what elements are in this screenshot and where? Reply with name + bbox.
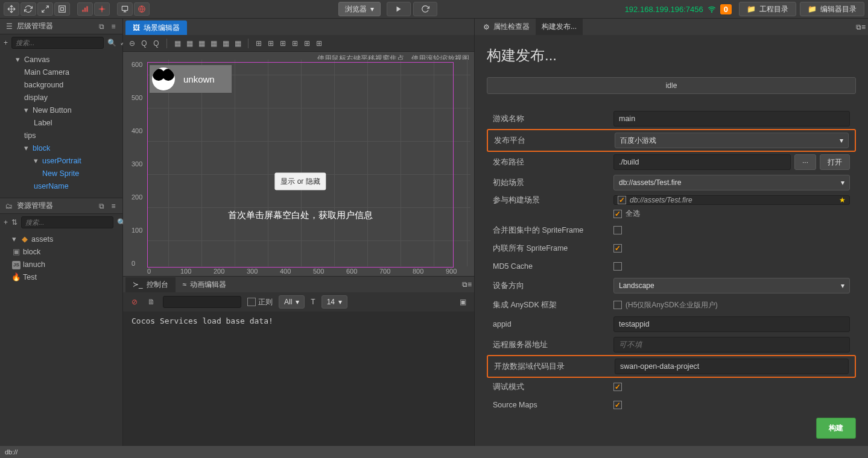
checkbox-merge-sf[interactable] — [613, 226, 622, 234]
device-tool[interactable] — [117, 2, 133, 16]
tree-item-block[interactable]: ▾block — [0, 142, 122, 155]
project-dir-button[interactable]: 📁 工程目录 — [739, 2, 796, 16]
js-icon: JS — [12, 261, 21, 269]
tab-inspector[interactable]: ⚙ 属性检查器 — [477, 19, 536, 35]
select-orientation[interactable]: Landscape▾ — [613, 278, 850, 293]
scene-checkbox[interactable] — [618, 196, 626, 204]
tree-item-background[interactable]: background — [0, 79, 122, 92]
tree-item-user-portrait[interactable]: ▾userPortrait — [0, 155, 122, 168]
hierarchy-search-input[interactable] — [11, 37, 104, 49]
sort-button[interactable]: ⇅ — [11, 217, 17, 228]
globe-tool[interactable] — [134, 2, 150, 16]
reload-button[interactable] — [413, 2, 437, 16]
tree-item-new-sprite[interactable]: New Sprite — [0, 168, 122, 180]
align-bottom-icon[interactable]: ▦ — [232, 38, 243, 49]
zoom-in-icon[interactable]: Q — [151, 38, 162, 49]
clear-icon[interactable]: ⊘ — [129, 296, 140, 307]
add-button[interactable]: + — [4, 217, 8, 228]
select-all-checkbox[interactable] — [613, 210, 622, 218]
align-mid-icon[interactable]: ▦ — [220, 38, 231, 49]
show-hide-button[interactable]: 显示 or 隐藏 — [274, 172, 326, 190]
select-platform[interactable]: 百度小游戏▾ — [615, 133, 849, 148]
search-icon[interactable]: 🔍 — [107, 37, 116, 48]
distribute-icon[interactable]: ⊞ — [314, 38, 325, 49]
tab-console[interactable]: ≻_ 控制台 — [125, 277, 176, 292]
editor-dir-button[interactable]: 📁 编辑器目录 — [800, 2, 864, 16]
log-level-select[interactable]: All▾ — [279, 295, 305, 309]
tree-item-new-button[interactable]: ▾New Button — [0, 104, 122, 117]
popout-icon[interactable]: ⧉ — [97, 202, 106, 210]
input-remote[interactable] — [613, 337, 850, 353]
input-appid[interactable] — [613, 316, 850, 332]
add-button[interactable]: + — [4, 37, 8, 48]
popout-icon[interactable]: ⧉ — [856, 23, 861, 31]
assets-search-input[interactable] — [21, 216, 113, 228]
input-game-name[interactable] — [613, 111, 850, 127]
distribute-v-icon[interactable]: ⊞ — [265, 38, 276, 49]
rotate-tool[interactable] — [21, 2, 36, 16]
checkbox-md5[interactable] — [613, 262, 622, 271]
distribute-icon[interactable]: ⊞ — [302, 38, 312, 49]
collapse-icon[interactable]: ▣ — [457, 296, 468, 307]
canvas-frame[interactable]: unkown 显示 or 隐藏 首次单击屏幕空白处，获取用户信息 — [147, 62, 454, 268]
distribute-icon[interactable]: ⊞ — [290, 38, 300, 49]
scene-canvas[interactable]: 使用鼠标右键平移视窗焦点，使用滚轮缩放视图 600500400300200100… — [123, 52, 474, 276]
input-build-path[interactable] — [613, 154, 791, 170]
regex-checkbox[interactable] — [247, 298, 256, 306]
preview-target-dropdown[interactable]: 浏览器 ▾ — [338, 2, 381, 16]
build-button[interactable]: 构建 — [816, 418, 856, 439]
scale-tool[interactable] — [37, 2, 53, 16]
tree-item-tips[interactable]: tips — [0, 130, 122, 142]
path-display: db:// — [5, 448, 17, 456]
tree-item-block-prefab[interactable]: ▣block — [0, 246, 122, 259]
align-left-icon[interactable]: ▦ — [172, 38, 183, 49]
log-file-icon[interactable]: 🗎 — [146, 296, 157, 307]
tab-animation[interactable]: ≈ 动画编辑器 — [176, 277, 234, 292]
distribute-h-icon[interactable]: ⊞ — [253, 38, 264, 49]
browse-button[interactable]: ··· — [794, 154, 816, 170]
menu-icon[interactable]: ≡ — [109, 22, 118, 31]
tree-item-user-name[interactable]: userName — [0, 180, 122, 193]
tree-item-main-camera[interactable]: Main Camera — [0, 66, 122, 79]
tree-item-test[interactable]: 🔥Test — [0, 271, 122, 284]
scene-selection-box[interactable]: db://assets/Test.fire ★ — [613, 195, 850, 205]
align-top-icon[interactable]: ▦ — [208, 38, 219, 49]
tree-item-canvas[interactable]: ▾Canvas — [0, 54, 122, 66]
tab-build[interactable]: 构建发布... — [536, 19, 583, 35]
regex-checkbox-label[interactable]: 正则 — [247, 297, 273, 307]
input-open-data[interactable] — [615, 359, 849, 374]
checkbox-anysdk[interactable] — [613, 301, 622, 309]
open-button[interactable]: 打开 — [820, 154, 850, 170]
rect-tool[interactable] — [54, 2, 70, 16]
select-init-scene[interactable]: db://assets/Test.fire▾ — [613, 175, 850, 190]
move-tool[interactable] — [4, 2, 19, 16]
play-button[interactable] — [387, 2, 411, 16]
pivot-tool[interactable] — [77, 2, 93, 16]
menu-icon[interactable]: ≡ — [109, 202, 118, 210]
menu-icon[interactable]: ≡ — [861, 23, 866, 31]
popout-icon[interactable]: ⧉ — [97, 22, 106, 31]
star-icon[interactable]: ★ — [839, 196, 846, 204]
tree-item-assets-root[interactable]: ▾◆assets — [0, 233, 122, 246]
align-center-icon[interactable]: ▦ — [184, 38, 195, 49]
tree-item-display[interactable]: display — [0, 92, 122, 104]
select-all-label[interactable]: 全选 — [613, 209, 850, 219]
checkbox-inline-sf[interactable] — [613, 244, 622, 253]
checkbox-source-maps[interactable] — [613, 401, 622, 409]
zoom-out-icon[interactable]: ⊖ — [127, 38, 138, 49]
tab-scene-editor[interactable]: 🖼 场景编辑器 — [125, 20, 187, 35]
checkbox-debug[interactable] — [613, 383, 622, 391]
user-card[interactable]: unkown — [150, 65, 232, 93]
log-line: Cocos Services load base data! — [131, 316, 466, 325]
menu-icon[interactable]: ≡ — [467, 280, 472, 289]
tree-item-launch[interactable]: JSlanuch — [0, 259, 122, 271]
zoom-reset-icon[interactable]: Q — [139, 38, 150, 49]
scene-toolbar: ⊖ Q Q ▦ ▦ ▦ ▦ ▦ ▦ ⊞ ⊞ ⊞ ⊞ ⊞ ⊞ — [123, 35, 474, 52]
local-tool[interactable] — [94, 2, 110, 16]
tree-item-label[interactable]: Label — [0, 117, 122, 130]
popout-icon[interactable]: ⧉ — [462, 280, 467, 289]
font-size-select[interactable]: 14▾ — [322, 295, 347, 309]
console-filter-input[interactable] — [163, 296, 241, 308]
distribute-icon[interactable]: ⊞ — [277, 38, 288, 49]
align-right-icon[interactable]: ▦ — [196, 38, 207, 49]
